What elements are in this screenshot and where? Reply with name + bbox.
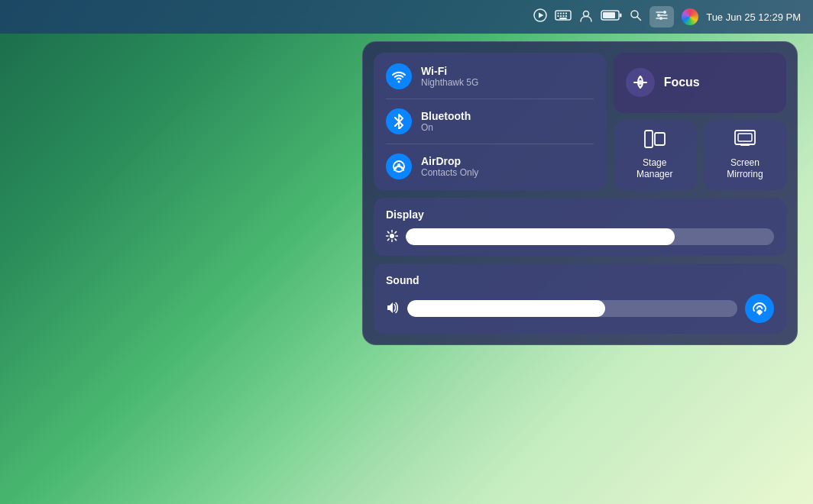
wifi-text: Wi-Fi Nighthawk 5G	[421, 65, 478, 88]
svg-rect-4	[560, 13, 562, 15]
volume-fill	[407, 300, 605, 317]
wifi-item[interactable]: Wi-Fi Nighthawk 5G	[386, 63, 594, 89]
svg-point-34	[390, 234, 394, 238]
svg-point-27	[397, 163, 400, 166]
svg-rect-32	[738, 134, 752, 141]
airdrop-item[interactable]: AirDrop Contacts Only	[386, 153, 594, 179]
brightness-slider-container	[386, 228, 774, 245]
divider-2	[386, 144, 594, 144]
volume-icon	[386, 302, 400, 316]
bottom-right-tiles: StageManager ScreenMirroring	[614, 121, 786, 190]
wifi-label: Wi-Fi	[421, 65, 478, 77]
svg-rect-15	[620, 14, 622, 18]
screen-mirroring-label: ScreenMirroring	[727, 157, 763, 181]
menubar-right: Tue Jun 25 12:29 PM	[533, 6, 801, 27]
svg-line-40	[395, 238, 397, 240]
control-center-panel: Wi-Fi Nighthawk 5G Bluetooth On	[362, 41, 798, 345]
airdrop-subtitle: Contacts Only	[421, 167, 478, 178]
svg-rect-14	[603, 12, 615, 18]
siri-icon[interactable]	[682, 8, 698, 25]
top-row: Wi-Fi Nighthawk 5G Bluetooth On	[374, 53, 786, 190]
svg-rect-8	[560, 15, 562, 17]
network-tile: Wi-Fi Nighthawk 5G Bluetooth On	[374, 53, 606, 190]
svg-rect-10	[565, 15, 567, 17]
bluetooth-item[interactable]: Bluetooth On	[386, 108, 594, 134]
wifi-icon	[386, 63, 412, 89]
sound-row	[386, 294, 774, 323]
focus-label: Focus	[664, 76, 700, 89]
svg-rect-11	[559, 18, 567, 19]
divider-1	[386, 99, 594, 99]
control-center-icon[interactable]	[649, 6, 674, 27]
play-icon[interactable]	[533, 8, 547, 25]
keyboard-icon[interactable]	[555, 8, 572, 25]
bluetooth-subtitle: On	[421, 122, 471, 133]
volume-slider[interactable]	[407, 300, 737, 317]
airdrop-text: AirDrop Contacts Only	[421, 155, 478, 178]
svg-rect-3	[558, 13, 559, 15]
airdrop-icon	[386, 153, 412, 179]
stage-manager-tile[interactable]: StageManager	[614, 121, 696, 190]
sound-section: Sound	[374, 263, 786, 334]
focus-tile[interactable]: Focus	[614, 53, 786, 113]
bluetooth-label: Bluetooth	[421, 110, 471, 122]
svg-line-41	[395, 231, 397, 233]
battery-icon[interactable]	[601, 9, 622, 24]
svg-rect-30	[655, 133, 665, 145]
svg-point-25	[398, 81, 400, 83]
svg-line-39	[387, 231, 389, 233]
bluetooth-text: Bluetooth On	[421, 110, 471, 133]
svg-line-17	[637, 17, 641, 21]
user-profile-icon[interactable]	[579, 8, 593, 25]
svg-point-12	[584, 11, 589, 17]
focus-icon	[626, 68, 655, 97]
brightness-slider[interactable]	[406, 228, 774, 245]
airplay-button[interactable]	[745, 294, 774, 323]
airdrop-label: AirDrop	[421, 155, 478, 167]
display-section: Display	[374, 198, 786, 256]
search-icon[interactable]	[630, 9, 642, 24]
svg-rect-29	[645, 131, 653, 147]
screen-mirroring-icon	[734, 130, 756, 153]
screen-mirroring-tile[interactable]: ScreenMirroring	[704, 121, 786, 190]
bluetooth-icon	[386, 108, 412, 134]
brightness-fill	[406, 228, 675, 245]
stage-manager-icon	[644, 130, 666, 153]
brightness-icon	[386, 230, 398, 244]
menubar: Tue Jun 25 12:29 PM	[0, 0, 813, 34]
right-column: Focus StageManager	[614, 53, 786, 190]
svg-rect-7	[558, 15, 559, 17]
svg-rect-9	[563, 15, 565, 17]
svg-marker-1	[539, 13, 544, 18]
svg-rect-6	[565, 13, 567, 15]
svg-line-42	[387, 238, 389, 240]
stage-manager-label: StageManager	[636, 157, 672, 181]
svg-rect-5	[563, 13, 565, 15]
display-label: Display	[386, 208, 774, 221]
wifi-subtitle: Nighthawk 5G	[421, 77, 478, 88]
menubar-datetime: Tue Jun 25 12:29 PM	[706, 11, 801, 23]
sound-label: Sound	[386, 274, 774, 286]
